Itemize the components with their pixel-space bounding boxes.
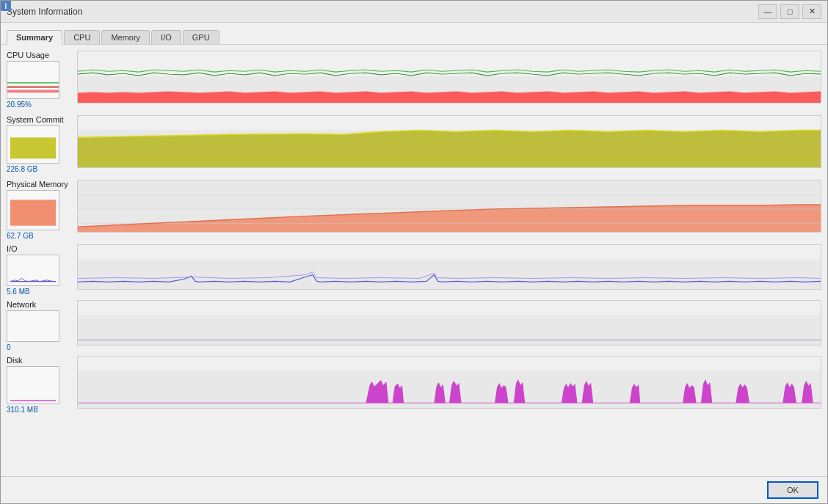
minimize-button[interactable]: — <box>758 4 777 19</box>
io-value: 5.6 MB <box>7 288 30 296</box>
phys-thumbnail <box>7 190 59 230</box>
network-row: Network 0 <box>7 300 821 351</box>
phys-memory-row: Physical Memory 62.7 GB <box>7 180 821 240</box>
phys-title: Physical Memory <box>7 180 68 189</box>
title-controls: — □ ✕ <box>758 4 821 19</box>
disk-chart <box>77 356 821 409</box>
main-content: CPU Usage 20.95% <box>1 45 827 476</box>
disk-label-box: Disk 310.1 MB <box>7 356 73 414</box>
svg-rect-7 <box>78 51 821 76</box>
ok-button[interactable]: OK <box>767 481 818 499</box>
io-label-box: I/O 5.6 MB <box>7 244 73 296</box>
commit-thumbnail <box>7 125 59 164</box>
tab-bar: Summary CPU Memory I/O GPU <box>1 23 827 45</box>
phys-label-box: Physical Memory 62.7 GB <box>7 180 73 240</box>
net-value: 0 <box>7 343 11 351</box>
commit-label-box: System Commit 226.8 GB <box>7 115 73 175</box>
main-window: i System Information — □ ✕ Summary CPU M… <box>0 0 828 504</box>
window-title: System Information <box>7 7 82 17</box>
svg-marker-8 <box>78 91 821 103</box>
svg-rect-3 <box>7 90 59 92</box>
commit-row: System Commit 226.8 GB <box>7 115 821 175</box>
cpu-title: CPU Usage <box>7 51 49 59</box>
net-chart <box>77 300 821 346</box>
cpu-usage-row: CPU Usage 20.95% <box>7 51 821 111</box>
io-thumbnail <box>7 255 59 286</box>
net-label-box: Network 0 <box>7 300 73 351</box>
svg-rect-33 <box>78 357 821 370</box>
cpu-value: 20.95% <box>7 101 32 109</box>
net-title: Network <box>7 300 36 309</box>
phys-chart <box>77 180 821 233</box>
cpu-thumbnail <box>7 61 59 99</box>
commit-value: 226.8 GB <box>7 165 37 173</box>
svg-rect-28 <box>78 301 821 315</box>
io-chart <box>77 244 821 290</box>
tab-memory[interactable]: Memory <box>101 30 150 44</box>
svg-rect-12 <box>78 116 821 130</box>
svg-rect-2 <box>7 62 59 98</box>
svg-rect-30 <box>7 367 59 403</box>
svg-text:i: i <box>5 2 7 10</box>
commit-chart <box>77 115 821 168</box>
tab-cpu[interactable]: CPU <box>64 30 100 44</box>
svg-rect-25 <box>78 245 821 259</box>
svg-rect-10 <box>10 137 56 158</box>
disk-title: Disk <box>7 356 22 365</box>
close-button[interactable]: ✕ <box>802 4 821 19</box>
cpu-label-box: CPU Usage 20.95% <box>7 51 73 111</box>
tab-summary[interactable]: Summary <box>7 30 62 45</box>
title-bar: i System Information — □ ✕ <box>1 1 827 23</box>
commit-title: System Commit <box>7 115 64 124</box>
phys-value: 62.7 GB <box>7 232 34 240</box>
svg-rect-26 <box>7 311 59 341</box>
disk-row: Disk 310.1 MB <box>7 356 821 414</box>
io-row: I/O 5.6 MB <box>7 244 821 296</box>
app-icon: i <box>0 0 12 12</box>
tab-io[interactable]: I/O <box>151 30 181 44</box>
net-thumbnail <box>7 310 59 342</box>
footer-bar: OK <box>1 476 827 503</box>
disk-thumbnail <box>7 366 59 404</box>
disk-value: 310.1 MB <box>7 406 38 414</box>
svg-rect-16 <box>10 200 56 225</box>
title-bar-left: i System Information <box>7 7 82 17</box>
io-title: I/O <box>7 244 18 253</box>
maximize-button[interactable]: □ <box>780 4 799 19</box>
cpu-chart <box>77 51 821 103</box>
tab-gpu[interactable]: GPU <box>183 30 219 44</box>
